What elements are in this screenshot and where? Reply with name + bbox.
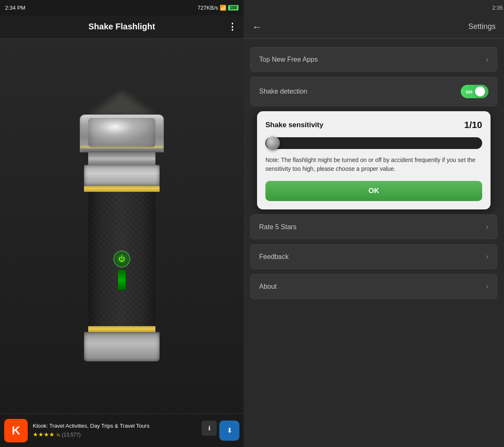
chevron-icon-feedback: › <box>486 252 488 261</box>
settings-item-shake-detection[interactable]: Shake detection on <box>250 77 497 106</box>
ad-download-button[interactable]: ⬇ <box>219 421 239 441</box>
back-button[interactable]: ← <box>252 21 262 33</box>
flashlight-neck <box>88 152 155 165</box>
settings-list: Top New Free Apps › Shake detection on S… <box>244 39 504 447</box>
about-label: About <box>259 283 277 290</box>
ok-button[interactable]: OK <box>265 181 482 201</box>
time-left: 2:34 PM <box>5 5 25 11</box>
ad-app-icon: K <box>4 419 28 442</box>
ad-banner[interactable]: K Klook: Travel Activities, Day Trips & … <box>0 413 244 447</box>
sensitivity-dialog: Shake sensitivity 1/10 Note: The flashli… <box>257 111 491 209</box>
ad-title: Klook: Travel Activities, Day Trips & Tr… <box>33 423 197 429</box>
chevron-icon-top-apps: › <box>486 55 488 64</box>
chevron-icon-rate: › <box>486 222 488 231</box>
settings-title: Settings <box>468 22 496 31</box>
toggle-knob <box>475 86 485 97</box>
settings-header: ← Settings <box>244 15 504 39</box>
download-icon: ⬇ <box>227 426 232 434</box>
sensitivity-value: 1/10 <box>464 120 482 131</box>
network-speed-left: 727KB/s <box>197 5 218 11</box>
status-bar-left: 2:34 PM 727KB/s 📶 100 <box>0 0 244 15</box>
flashlight-upper-body <box>84 165 160 186</box>
sensitivity-note: Note: The flashlight might be turned on … <box>265 156 482 173</box>
flashlight-lens <box>88 118 155 147</box>
flashlight-base <box>84 332 160 361</box>
chevron-icon-about: › <box>486 282 488 291</box>
menu-icon[interactable]: ⋮ <box>228 22 237 31</box>
left-panel: 2:34 PM 727KB/s 📶 100 Shake Flashlight ⋮… <box>0 0 244 447</box>
sensitivity-header: Shake sensitivity 1/10 <box>265 120 482 131</box>
battery-indicator <box>118 269 126 290</box>
power-button[interactable]: ⏻ <box>113 251 130 267</box>
ad-info-button[interactable]: ℹ <box>202 421 217 436</box>
ad-content: Klook: Travel Activities, Day Trips & Tr… <box>33 423 197 438</box>
ad-stars: ★★★★ <box>33 431 55 438</box>
shake-detection-label: Shake detection <box>259 88 307 95</box>
time-right: 2:35 PM <box>492 5 504 11</box>
rate-5-stars-label: Rate 5 Stars <box>259 223 297 231</box>
app-header: Shake Flashlight ⋮ <box>0 15 244 39</box>
ad-action-buttons: ℹ ⬇ <box>202 421 239 441</box>
flashlight-head <box>80 115 164 152</box>
slider-thumb[interactable] <box>266 136 280 150</box>
flashlight-handle[interactable]: ⏻ <box>88 192 155 326</box>
flashlight: ⏻ <box>76 91 168 361</box>
signal-icon: 📶 <box>220 5 226 11</box>
shake-detection-toggle[interactable]: on <box>461 85 488 98</box>
sensitivity-slider[interactable] <box>265 137 482 149</box>
settings-item-rate-5-stars[interactable]: Rate 5 Stars › <box>250 214 497 239</box>
flashlight-area: ⏻ <box>0 39 244 447</box>
battery-left: 100 <box>228 5 239 10</box>
toggle-on-label: on <box>466 89 472 95</box>
ad-reviews: (13,577) <box>62 432 81 438</box>
status-bar-right: 2:35 PM 928KB/s 📶 100 <box>487 0 504 15</box>
right-panel: 2:35 PM 928KB/s 📶 100 ← Settings Top New… <box>244 0 504 447</box>
flashlight-ring-bottom <box>88 326 155 332</box>
sensitivity-title: Shake sensitivity <box>265 121 323 129</box>
power-icon: ⏻ <box>118 255 125 263</box>
settings-item-feedback[interactable]: Feedback › <box>250 244 497 269</box>
top-new-free-apps-label: Top New Free Apps <box>259 56 318 63</box>
settings-item-top-new-free-apps[interactable]: Top New Free Apps › <box>250 47 497 72</box>
ad-half-star: ½ <box>56 433 60 437</box>
light-beam <box>88 91 155 116</box>
ad-rating: ★★★★ ½ (13,577) <box>33 431 197 438</box>
app-title: Shake Flashlight <box>89 22 155 31</box>
flashlight-ring-top <box>84 186 160 192</box>
feedback-label: Feedback <box>259 253 289 261</box>
status-icons-left: 727KB/s 📶 100 <box>197 5 239 11</box>
settings-item-about[interactable]: About › <box>250 274 497 299</box>
